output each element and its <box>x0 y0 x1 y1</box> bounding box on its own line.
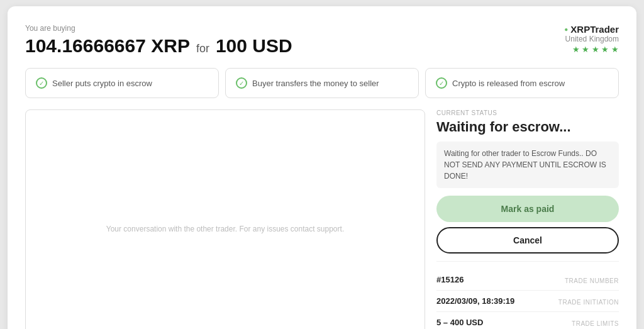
trader-country: United Kingdom <box>564 35 619 43</box>
chat-message-area: Your conversation with the other trader.… <box>26 110 425 329</box>
step-3: ✓ Crypto is released from escrow <box>425 68 619 98</box>
buying-label: You are buying <box>25 24 292 33</box>
steps-row: ✓ Seller puts crypto in escrow ✓ Buyer t… <box>25 68 619 98</box>
status-note: Waiting for other trader to Escrow Funds… <box>436 142 619 188</box>
top-bar: You are buying 104.16666667 XRP for 100 … <box>25 24 619 57</box>
step-2-label: Buyer transfers the money to seller <box>252 79 379 88</box>
trader-stars: ★ ★ ★ ★ ★ <box>564 45 619 54</box>
check-icon-1: ✓ <box>36 77 47 89</box>
cancel-button[interactable]: Cancel <box>436 227 619 254</box>
content-row: Your conversation with the other trader.… <box>25 109 619 329</box>
buying-info: You are buying 104.16666667 XRP for 100 … <box>25 24 292 57</box>
step-1-label: Seller puts crypto in escrow <box>52 79 152 88</box>
check-icon-3: ✓ <box>436 77 447 89</box>
right-panel: CURRENT STATUS Waiting for escrow... Wai… <box>436 109 619 329</box>
main-card: You are buying 104.16666667 XRP for 100 … <box>8 6 636 329</box>
fiat-amount: 100 USD <box>216 35 292 57</box>
trade-limits-value: 5 – 400 USD <box>436 318 483 327</box>
trade-limits-label: TRADE LIMITS <box>572 320 619 327</box>
status-title: Waiting for escrow... <box>436 119 619 135</box>
trader-name: XRPTrader <box>564 24 619 35</box>
check-icon-2: ✓ <box>236 77 247 89</box>
trade-details: #15126 TRADE NUMBER 2022/03/09, 18:39:19… <box>436 269 619 329</box>
trade-initiation-value: 2022/03/09, 18:39:19 <box>436 296 514 306</box>
trade-number-value: #15126 <box>436 275 464 284</box>
trade-number-row: #15126 TRADE NUMBER <box>436 269 619 291</box>
buying-amount: 104.16666667 XRP for 100 USD <box>25 35 292 57</box>
trade-limits-row: 5 – 400 USD TRADE LIMITS <box>436 312 619 329</box>
status-section: CURRENT STATUS Waiting for escrow... Wai… <box>436 109 619 262</box>
for-text: for <box>196 42 209 55</box>
chat-panel: Your conversation with the other trader.… <box>25 109 425 329</box>
trade-number-label: TRADE NUMBER <box>565 277 619 284</box>
trade-initiation-label: TRADE INITIATION <box>558 299 619 306</box>
step-3-label: Crypto is released from escrow <box>452 79 565 88</box>
step-2: ✓ Buyer transfers the money to seller <box>225 68 419 98</box>
current-status-label: CURRENT STATUS <box>436 109 619 116</box>
trader-info: XRPTrader United Kingdom ★ ★ ★ ★ ★ <box>564 24 619 54</box>
step-1: ✓ Seller puts crypto in escrow <box>25 68 219 98</box>
crypto-amount: 104.16666667 XRP <box>25 35 190 57</box>
chat-placeholder: Your conversation with the other trader.… <box>35 212 416 246</box>
mark-as-paid-button[interactable]: Mark as paid <box>436 196 619 222</box>
trade-initiation-row: 2022/03/09, 18:39:19 TRADE INITIATION <box>436 291 619 312</box>
